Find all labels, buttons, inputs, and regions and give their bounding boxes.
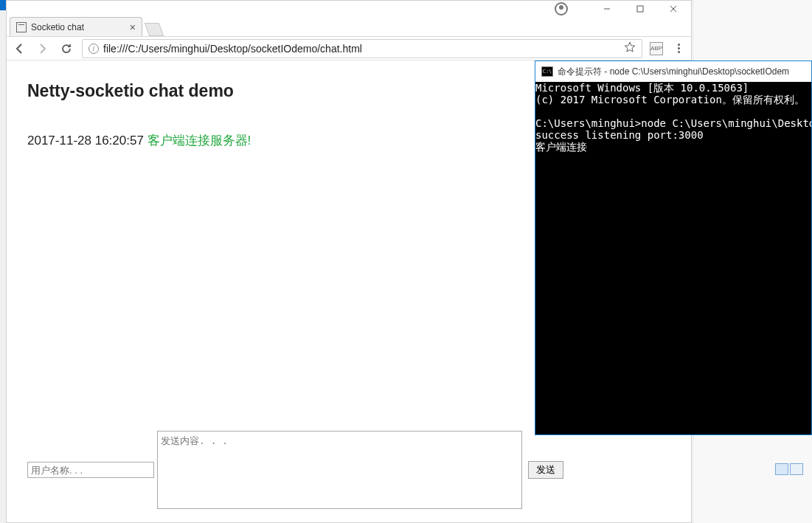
tray-icons <box>775 463 803 475</box>
timestamp: 2017-11-28 16:20:57 <box>27 134 144 148</box>
bookmark-star-icon[interactable] <box>624 41 636 55</box>
view-list-icon[interactable] <box>775 463 788 475</box>
cmd-icon: C:\ <box>541 66 553 77</box>
chrome-menu-icon[interactable] <box>670 44 687 53</box>
maximize-button[interactable] <box>623 1 656 16</box>
message-input[interactable] <box>157 431 522 509</box>
console-line: success listening port:3000 <box>535 129 704 141</box>
url-text: file:///C:/Users/minghui/Desktop/socketI… <box>103 43 362 55</box>
svg-rect-1 <box>637 6 643 12</box>
username-input[interactable] <box>27 462 154 478</box>
browser-tab[interactable]: Socketio chat × <box>10 17 142 36</box>
url-input[interactable]: i file:///C:/Users/minghui/Desktop/socke… <box>82 39 642 58</box>
console-line: Microsoft Windows [版本 10.0.15063] <box>535 82 749 94</box>
forward-button[interactable] <box>35 41 51 57</box>
console-output[interactable]: Microsoft Windows [版本 10.0.15063] (c) 20… <box>535 82 811 434</box>
chat-message: 客户端连接服务器! <box>148 134 251 148</box>
reload-button[interactable] <box>58 41 74 57</box>
chat-form: 发送 <box>27 431 670 509</box>
close-button[interactable] <box>656 1 690 16</box>
tab-close-icon[interactable]: × <box>130 21 136 33</box>
window-titlebar <box>7 1 691 16</box>
back-button[interactable] <box>11 41 27 57</box>
minimize-button[interactable] <box>590 1 623 16</box>
user-profile-icon[interactable] <box>555 2 568 15</box>
console-window: C:\ 命令提示符 - node C:\Users\minghui\Deskto… <box>535 60 812 435</box>
site-info-icon[interactable]: i <box>89 44 99 54</box>
tab-bar: Socketio chat × <box>7 16 691 37</box>
console-title: 命令提示符 - node C:\Users\minghui\Desktop\so… <box>558 66 789 78</box>
console-line: (c) 2017 Microsoft Corporation。保留所有权利。 <box>535 94 805 105</box>
console-titlebar[interactable]: C:\ 命令提示符 - node C:\Users\minghui\Deskto… <box>535 61 811 82</box>
view-detail-icon[interactable] <box>790 463 803 475</box>
page-icon <box>16 22 27 32</box>
new-tab-button[interactable] <box>145 23 164 36</box>
address-bar: i file:///C:/Users/minghui/Desktop/socke… <box>7 37 691 60</box>
console-line: C:\Users\minghui>node C:\Users\minghui\D… <box>535 117 811 129</box>
tab-title: Socketio chat <box>31 22 84 32</box>
extension-icon[interactable]: ABP <box>650 42 663 55</box>
console-line: 客户端连接 <box>535 141 587 153</box>
send-button[interactable]: 发送 <box>528 461 563 479</box>
